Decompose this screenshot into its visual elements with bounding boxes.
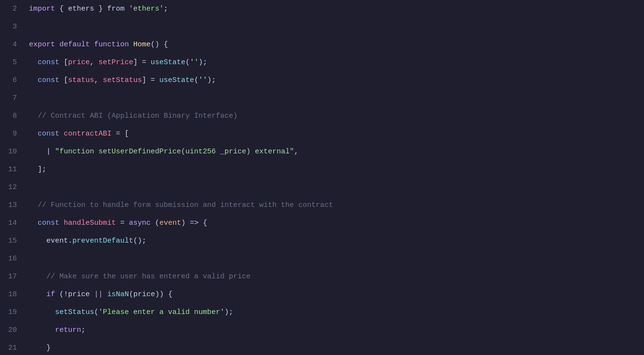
token: const [38, 76, 59, 84]
token: 'Please enter a valid number' [98, 308, 224, 316]
token: (); [133, 237, 146, 245]
token [59, 219, 64, 227]
code-line: 13 // Function to handle form submission… [0, 196, 644, 214]
token: || [94, 290, 103, 299]
token: = [ [112, 130, 129, 138]
token: [ [59, 58, 68, 67]
line-content: const [price, setPrice] = useState(''); [27, 54, 644, 71]
token [129, 41, 133, 49]
code-line: 7 [0, 89, 644, 107]
line-number: 20 [0, 321, 27, 339]
code-line: 5 const [price, setPrice] = useState('')… [0, 54, 644, 71]
token: from [107, 5, 125, 13]
token: default [59, 41, 90, 49]
token: | [46, 148, 55, 156]
token: = [116, 219, 129, 227]
token: // Function to handle form submission an… [38, 201, 333, 209]
code-line: 20 return; [0, 321, 644, 339]
line-content: export default function Home() { [27, 36, 644, 54]
token: isNaN [107, 290, 129, 299]
token: ( [129, 290, 133, 299]
token: const [38, 130, 59, 138]
code-line: 21 } [0, 339, 644, 355]
token: ); [198, 58, 207, 67]
token: setPrice [98, 58, 133, 67]
line-content [27, 89, 644, 107]
line-content: | "function setUserDefinedPrice(uint256 … [27, 143, 644, 161]
code-line: 3 [0, 18, 644, 36]
code-line: 12 [0, 178, 644, 196]
line-number: 15 [0, 232, 27, 250]
token: { [55, 5, 68, 13]
line-content: setStatus('Please enter a valid number')… [27, 303, 644, 321]
code-line: 16 [0, 250, 644, 268]
token: ); [224, 308, 233, 316]
token: event [46, 237, 68, 245]
line-content [27, 250, 644, 268]
token [125, 5, 129, 13]
line-content: return; [27, 321, 644, 339]
line-number: 18 [0, 286, 27, 303]
token [59, 130, 64, 138]
token: async [129, 219, 151, 227]
token: contractABI [64, 130, 112, 138]
line-number: 19 [0, 303, 27, 321]
token: ] = [133, 58, 151, 67]
code-line: 14 const handleSubmit = async (event) =>… [0, 214, 644, 232]
line-number: 16 [0, 250, 27, 268]
token: (! [55, 290, 68, 299]
token: "function setUserDefinedPrice(uint256 _p… [55, 148, 294, 156]
line-number: 10 [0, 143, 27, 161]
token: ); [207, 76, 216, 84]
token: handleSubmit [64, 219, 116, 227]
line-number: 2 [0, 0, 27, 18]
token: . [68, 237, 72, 245]
line-content: if (!price || isNaN(price)) { [27, 286, 644, 303]
token [55, 41, 59, 49]
code-line: 2import { ethers } from 'ethers'; [0, 0, 644, 18]
line-number: 14 [0, 214, 27, 232]
code-line: 4export default function Home() { [0, 36, 644, 54]
token: event [159, 219, 181, 227]
token: status [68, 76, 94, 84]
line-number: 21 [0, 339, 27, 355]
token: '' [198, 76, 207, 84]
line-number: 7 [0, 89, 27, 107]
token: ( [185, 58, 190, 67]
line-number: 4 [0, 36, 27, 54]
code-line: 19 setStatus('Please enter a valid numbe… [0, 303, 644, 321]
token: , [94, 76, 103, 84]
code-line: 10 | "function setUserDefinedPrice(uint2… [0, 143, 644, 161]
token: import [29, 5, 55, 13]
token: if [46, 290, 55, 299]
line-number: 3 [0, 18, 27, 36]
token: ( [151, 219, 159, 227]
code-line: 15 event.preventDefault(); [0, 232, 644, 250]
token: price [68, 290, 90, 299]
token: '' [190, 58, 198, 67]
line-number: 17 [0, 268, 27, 286]
token: export [29, 41, 55, 49]
token [103, 290, 107, 299]
token: // Make sure the user has entered a vali… [46, 273, 251, 281]
token: preventDefault [72, 237, 133, 245]
token: price [68, 58, 90, 67]
line-content: const handleSubmit = async (event) => { [27, 214, 644, 232]
code-line: 9 const contractABI = [ [0, 125, 644, 143]
code-line: 11 ]; [0, 161, 644, 178]
token: () { [151, 41, 168, 49]
line-content: const contractABI = [ [27, 125, 644, 143]
token: ethers [68, 5, 94, 13]
token: 'ethers' [129, 5, 164, 13]
token: [ [59, 76, 68, 84]
code-line: 17 // Make sure the user has entered a v… [0, 268, 644, 286]
token: setStatus [55, 308, 94, 316]
token: // Contract ABI (Application Binary Inte… [38, 112, 238, 120]
line-content [27, 178, 644, 196]
line-number: 11 [0, 161, 27, 178]
token: price [133, 290, 155, 299]
line-number: 8 [0, 107, 27, 125]
token: ) => { [181, 219, 207, 227]
token: ( [194, 76, 198, 84]
code-editor: 2import { ethers } from 'ethers';3 4expo… [0, 0, 644, 355]
